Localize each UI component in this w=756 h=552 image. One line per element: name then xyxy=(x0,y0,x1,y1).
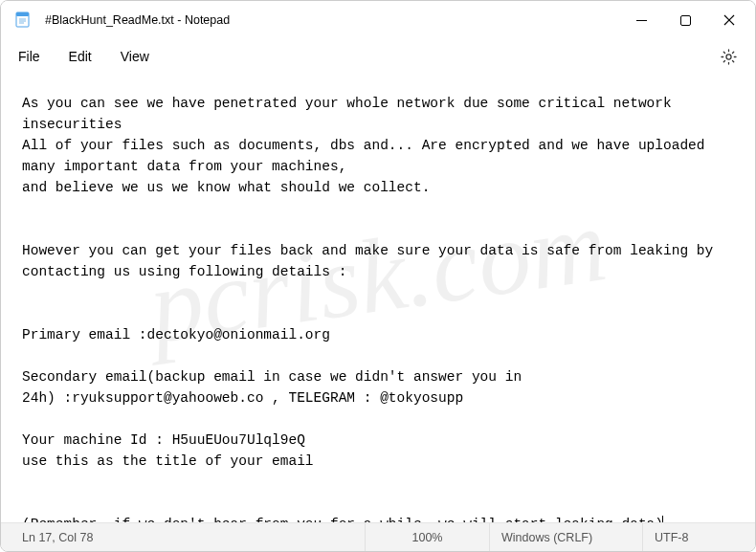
svg-rect-6 xyxy=(680,15,690,25)
text-content[interactable]: As you can see we have penetrated your w… xyxy=(1,76,755,522)
menu-view[interactable]: View xyxy=(121,49,149,64)
document-text: As you can see we have penetrated your w… xyxy=(22,96,722,522)
menu-file[interactable]: File xyxy=(18,49,40,64)
window-title: #BlackHunt_ReadMe.txt - Notepad xyxy=(45,13,230,27)
svg-rect-1 xyxy=(16,12,29,16)
status-zoom[interactable]: 100% xyxy=(365,523,489,551)
status-cursor-position: Ln 17, Col 78 xyxy=(1,523,365,551)
maximize-button[interactable] xyxy=(663,2,707,38)
minimize-button[interactable] xyxy=(619,2,663,38)
svg-point-9 xyxy=(725,54,730,58)
statusbar: Ln 17, Col 78 100% Windows (CRLF) UTF-8 xyxy=(1,522,755,551)
gear-icon[interactable] xyxy=(719,47,738,66)
notepad-icon xyxy=(14,11,32,29)
menu-edit[interactable]: Edit xyxy=(69,49,92,64)
titlebar: #BlackHunt_ReadMe.txt - Notepad xyxy=(1,1,755,39)
status-encoding: UTF-8 xyxy=(642,523,700,551)
status-line-ending: Windows (CRLF) xyxy=(489,523,642,551)
text-caret xyxy=(662,516,663,522)
menubar: File Edit View xyxy=(1,39,755,74)
close-button[interactable] xyxy=(707,2,751,38)
